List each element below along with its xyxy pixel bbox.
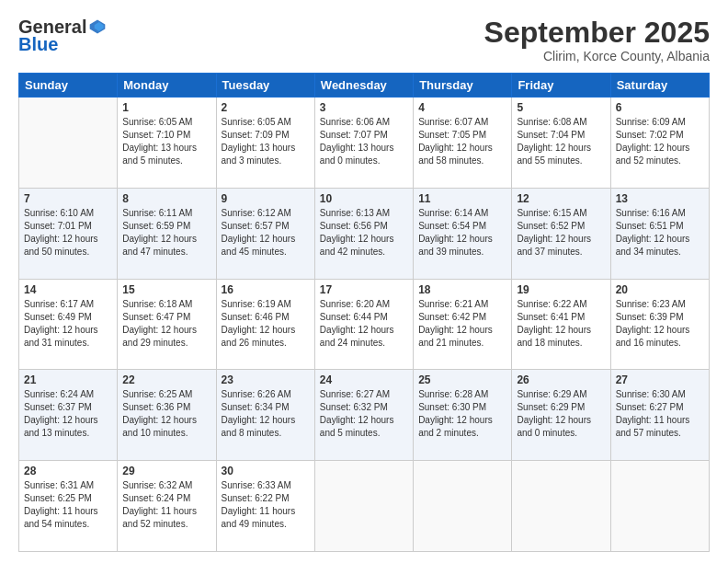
cell-content: Sunrise: 6:08 AMSunset: 7:04 PMDaylight:… xyxy=(517,116,605,167)
cell-content: Sunrise: 6:22 AMSunset: 6:41 PMDaylight:… xyxy=(517,298,605,350)
day-number: 26 xyxy=(517,373,605,386)
day-number: 8 xyxy=(122,192,210,205)
cell-content: Sunrise: 6:11 AMSunset: 6:59 PMDaylight:… xyxy=(122,207,210,259)
day-number: 12 xyxy=(517,192,605,205)
day-cell: 8Sunrise: 6:11 AMSunset: 6:59 PMDaylight… xyxy=(118,188,216,279)
day-cell: 23Sunrise: 6:26 AMSunset: 6:34 PMDayligh… xyxy=(216,370,314,461)
cell-content: Sunrise: 6:25 AMSunset: 6:36 PMDaylight:… xyxy=(122,388,210,440)
cell-content: Sunrise: 6:12 AMSunset: 6:57 PMDaylight:… xyxy=(222,207,310,259)
cell-content: Sunrise: 6:31 AMSunset: 6:25 PMDaylight:… xyxy=(24,479,112,531)
day-cell xyxy=(414,461,512,552)
day-number: 6 xyxy=(616,101,704,114)
cell-content: Sunrise: 6:07 AMSunset: 7:05 PMDaylight:… xyxy=(418,116,506,167)
day-number: 24 xyxy=(320,373,408,386)
cell-content: Sunrise: 6:19 AMSunset: 6:46 PMDaylight:… xyxy=(222,298,310,350)
day-number: 15 xyxy=(122,283,210,296)
day-number: 11 xyxy=(418,192,506,205)
day-header-thursday: Thursday xyxy=(414,74,512,98)
cell-content: Sunrise: 6:14 AMSunset: 6:54 PMDaylight:… xyxy=(418,207,506,259)
cell-content: Sunrise: 6:30 AMSunset: 6:27 PMDaylight:… xyxy=(616,388,704,440)
day-cell: 5Sunrise: 6:08 AMSunset: 7:04 PMDaylight… xyxy=(512,98,610,189)
day-cell: 17Sunrise: 6:20 AMSunset: 6:44 PMDayligh… xyxy=(314,279,413,370)
day-number: 9 xyxy=(222,192,310,205)
cell-content: Sunrise: 6:06 AMSunset: 7:07 PMDaylight:… xyxy=(320,116,408,167)
cell-content: Sunrise: 6:33 AMSunset: 6:22 PMDaylight:… xyxy=(222,479,310,531)
day-number: 14 xyxy=(24,283,112,296)
day-number: 22 xyxy=(122,373,210,386)
day-cell: 2Sunrise: 6:05 AMSunset: 7:09 PMDaylight… xyxy=(216,98,314,189)
day-number: 29 xyxy=(122,465,210,477)
day-number: 5 xyxy=(517,101,605,114)
day-cell: 18Sunrise: 6:21 AMSunset: 6:42 PMDayligh… xyxy=(414,279,512,370)
cell-content: Sunrise: 6:18 AMSunset: 6:47 PMDaylight:… xyxy=(122,298,210,350)
cell-content: Sunrise: 6:24 AMSunset: 6:37 PMDaylight:… xyxy=(24,388,112,440)
day-number: 17 xyxy=(320,283,408,296)
week-row-3: 14Sunrise: 6:17 AMSunset: 6:49 PMDayligh… xyxy=(19,279,710,370)
day-cell xyxy=(314,461,413,552)
day-cell: 13Sunrise: 6:16 AMSunset: 6:51 PMDayligh… xyxy=(610,188,709,279)
day-cell xyxy=(610,461,709,552)
day-number: 7 xyxy=(24,192,112,205)
cell-content: Sunrise: 6:05 AMSunset: 7:10 PMDaylight:… xyxy=(122,116,210,167)
day-cell: 25Sunrise: 6:28 AMSunset: 6:30 PMDayligh… xyxy=(414,370,512,461)
cell-content: Sunrise: 6:09 AMSunset: 7:02 PMDaylight:… xyxy=(616,116,704,167)
day-cell: 1Sunrise: 6:05 AMSunset: 7:10 PMDaylight… xyxy=(118,98,216,189)
day-cell: 11Sunrise: 6:14 AMSunset: 6:54 PMDayligh… xyxy=(414,188,512,279)
cell-content: Sunrise: 6:17 AMSunset: 6:49 PMDaylight:… xyxy=(24,298,112,350)
day-number: 10 xyxy=(320,192,408,205)
day-cell: 19Sunrise: 6:22 AMSunset: 6:41 PMDayligh… xyxy=(512,279,610,370)
day-header-monday: Monday xyxy=(118,74,216,98)
day-number: 16 xyxy=(222,283,310,296)
day-cell: 9Sunrise: 6:12 AMSunset: 6:57 PMDaylight… xyxy=(216,188,314,279)
cell-content: Sunrise: 6:32 AMSunset: 6:24 PMDaylight:… xyxy=(122,479,210,531)
day-cell: 3Sunrise: 6:06 AMSunset: 7:07 PMDaylight… xyxy=(314,98,413,189)
day-cell: 12Sunrise: 6:15 AMSunset: 6:52 PMDayligh… xyxy=(512,188,610,279)
week-row-1: 1Sunrise: 6:05 AMSunset: 7:10 PMDaylight… xyxy=(19,98,710,189)
cell-content: Sunrise: 6:05 AMSunset: 7:09 PMDaylight:… xyxy=(222,116,310,167)
day-header-saturday: Saturday xyxy=(610,74,709,98)
day-number: 20 xyxy=(616,283,704,296)
title-area: September 2025 Clirim, Korce County, Alb… xyxy=(484,17,710,63)
day-cell: 7Sunrise: 6:10 AMSunset: 7:01 PMDaylight… xyxy=(19,188,118,279)
day-cell: 16Sunrise: 6:19 AMSunset: 6:46 PMDayligh… xyxy=(216,279,314,370)
day-cell: 30Sunrise: 6:33 AMSunset: 6:22 PMDayligh… xyxy=(216,461,314,552)
day-header-wednesday: Wednesday xyxy=(314,74,413,98)
day-number: 27 xyxy=(616,373,704,386)
day-cell: 15Sunrise: 6:18 AMSunset: 6:47 PMDayligh… xyxy=(118,279,216,370)
day-cell xyxy=(512,461,610,552)
cell-content: Sunrise: 6:27 AMSunset: 6:32 PMDaylight:… xyxy=(320,388,408,440)
cell-content: Sunrise: 6:10 AMSunset: 7:01 PMDaylight:… xyxy=(24,207,112,259)
logo-blue-text: Blue xyxy=(18,34,58,55)
page: General Blue September 2025 Clirim, Korc… xyxy=(0,0,728,563)
calendar-table: SundayMondayTuesdayWednesdayThursdayFrid… xyxy=(18,73,710,552)
day-cell xyxy=(19,98,118,189)
day-cell: 20Sunrise: 6:23 AMSunset: 6:39 PMDayligh… xyxy=(610,279,709,370)
week-row-5: 28Sunrise: 6:31 AMSunset: 6:25 PMDayligh… xyxy=(19,461,710,552)
day-cell: 28Sunrise: 6:31 AMSunset: 6:25 PMDayligh… xyxy=(19,461,118,552)
cell-content: Sunrise: 6:16 AMSunset: 6:51 PMDaylight:… xyxy=(616,207,704,259)
day-number: 13 xyxy=(616,192,704,205)
day-cell: 29Sunrise: 6:32 AMSunset: 6:24 PMDayligh… xyxy=(118,461,216,552)
day-cell: 22Sunrise: 6:25 AMSunset: 6:36 PMDayligh… xyxy=(118,370,216,461)
week-row-2: 7Sunrise: 6:10 AMSunset: 7:01 PMDaylight… xyxy=(19,188,710,279)
day-cell: 27Sunrise: 6:30 AMSunset: 6:27 PMDayligh… xyxy=(610,370,709,461)
day-number: 2 xyxy=(222,101,310,114)
cell-content: Sunrise: 6:13 AMSunset: 6:56 PMDaylight:… xyxy=(320,207,408,259)
logo: General Blue xyxy=(18,17,107,55)
day-number: 3 xyxy=(320,101,408,114)
day-number: 28 xyxy=(24,465,112,477)
month-title: September 2025 xyxy=(484,17,710,49)
day-cell: 21Sunrise: 6:24 AMSunset: 6:37 PMDayligh… xyxy=(19,370,118,461)
day-number: 30 xyxy=(222,465,310,477)
day-number: 19 xyxy=(517,283,605,296)
header: General Blue September 2025 Clirim, Korc… xyxy=(18,17,710,63)
day-header-tuesday: Tuesday xyxy=(216,74,314,98)
cell-content: Sunrise: 6:20 AMSunset: 6:44 PMDaylight:… xyxy=(320,298,408,350)
header-row: SundayMondayTuesdayWednesdayThursdayFrid… xyxy=(19,74,710,98)
day-header-sunday: Sunday xyxy=(19,74,118,98)
week-row-4: 21Sunrise: 6:24 AMSunset: 6:37 PMDayligh… xyxy=(19,370,710,461)
day-cell: 4Sunrise: 6:07 AMSunset: 7:05 PMDaylight… xyxy=(414,98,512,189)
day-number: 4 xyxy=(418,101,506,114)
logo-icon xyxy=(88,17,107,36)
cell-content: Sunrise: 6:28 AMSunset: 6:30 PMDaylight:… xyxy=(418,388,506,440)
